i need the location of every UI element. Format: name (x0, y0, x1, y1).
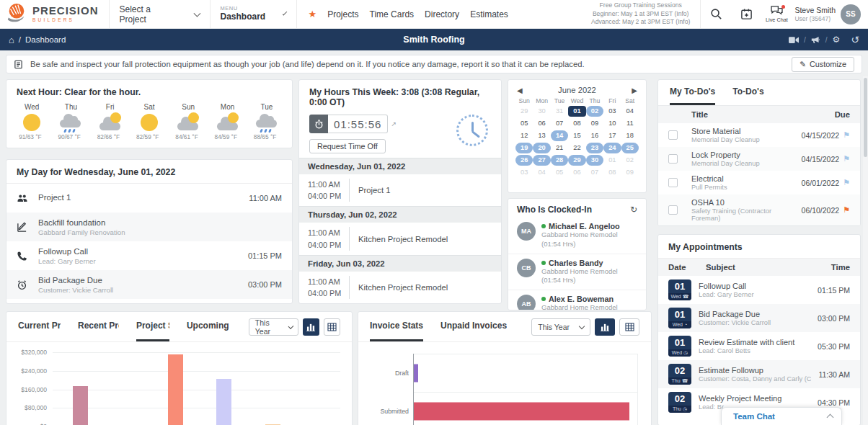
calendar-day[interactable]: 16 (586, 130, 603, 141)
calendar-day[interactable]: 31 (551, 106, 568, 117)
calendar-day[interactable]: 04 (533, 167, 550, 178)
calendar-day[interactable]: 08 (603, 167, 621, 178)
calendar-day[interactable]: 22 (568, 143, 585, 153)
calendar-day[interactable]: 18 (621, 130, 639, 141)
chevron-up-icon[interactable] (827, 414, 834, 421)
todos-tab[interactable]: To-Do's (732, 80, 763, 105)
appointment-row[interactable]: 02 Thu Estimate Followup Customer: Costa… (658, 360, 860, 388)
favorites-star-icon[interactable]: ★ (309, 9, 317, 19)
calendar-day[interactable]: 07 (586, 167, 603, 178)
menu-selector[interactable]: MENU Dashboard (210, 0, 296, 28)
todo-row[interactable]: Electrical Pull Permits 06/01/2022 ⚑ (658, 171, 860, 194)
nav-item[interactable]: Directory (425, 9, 459, 19)
appointment-row[interactable]: 01 Wed Followup Call Lead: Gary Berner 0… (658, 276, 860, 304)
calendar-day[interactable]: 01 (603, 155, 621, 166)
calendar-day[interactable]: 24 (603, 143, 621, 153)
my-day-item[interactable]: Project 1 11:00 AM (6, 184, 292, 212)
calendar-prev-icon[interactable]: ◀ (517, 86, 523, 94)
calendar-day[interactable]: 30 (586, 155, 603, 166)
live-chat-button[interactable]: Live Chat (761, 0, 792, 29)
calendar-day[interactable]: 13 (533, 130, 550, 141)
customize-button[interactable]: ✎ Customize (792, 57, 854, 72)
todo-checkbox[interactable] (668, 205, 678, 215)
calendar-day[interactable]: 09 (621, 167, 639, 178)
project-selector[interactable]: Select a Project (109, 0, 210, 28)
project-tab[interactable]: Recent Projects (78, 312, 119, 341)
scrollbar-thumb[interactable] (864, 78, 867, 157)
calendar-day[interactable]: 04 (621, 106, 639, 117)
calendar-day[interactable]: 23 (586, 143, 603, 153)
user-avatar[interactable]: SS (841, 4, 861, 24)
schedule-entry[interactable]: 11:00 AM 04:00 PM Kitchen Project Remode… (299, 223, 501, 254)
nav-item[interactable]: Projects (327, 9, 358, 19)
schedule-entry[interactable]: 11:00 AM 04:00 PM Kitchen Project Remode… (299, 272, 501, 303)
timer-value[interactable]: 01:55:56 (328, 115, 388, 133)
calendar-day[interactable]: 03 (603, 106, 621, 117)
calendar-day[interactable]: 17 (603, 130, 621, 141)
chart-view-button[interactable] (595, 318, 615, 336)
todo-row[interactable]: Lock Property Memorial Day Cleanup 04/15… (658, 147, 860, 171)
calendar-day[interactable]: 27 (533, 155, 550, 166)
schedule-entry[interactable]: 11:00 AM 04:00 PM Project 1 (299, 174, 501, 206)
calendar-day[interactable]: 26 (515, 155, 533, 166)
calendar-day[interactable]: 06 (533, 118, 550, 129)
invoice-tab[interactable]: Unpaid Invoices (440, 312, 507, 341)
calendar-day[interactable]: 15 (568, 130, 585, 141)
todos-tab[interactable]: My To-Do's (670, 80, 715, 105)
video-camera-icon[interactable] (789, 36, 799, 44)
calendar-day[interactable]: 06 (568, 167, 585, 178)
todo-row[interactable]: Store Material Memorial Day Cleanup 04/1… (658, 123, 860, 147)
calendar-day[interactable]: 29 (515, 106, 533, 117)
page-scrollbar[interactable] (863, 76, 868, 425)
calendar-day[interactable]: 02 (621, 155, 639, 166)
calendar-day[interactable]: 29 (568, 155, 585, 166)
project-range-select[interactable]: This Year (249, 318, 299, 336)
todo-checkbox[interactable] (668, 130, 678, 140)
calendar-day[interactable]: 05 (515, 118, 533, 129)
calendar-day[interactable]: 10 (603, 118, 621, 129)
project-tab[interactable]: Current Projects (18, 312, 61, 341)
nav-item[interactable]: Time Cards (370, 9, 415, 19)
my-day-item[interactable]: Bid Package Due Customer: Vickie Carroll… (6, 270, 292, 299)
timer-expand-icon[interactable]: ↗ (391, 120, 397, 128)
appointment-row[interactable]: 01 Wed Bid Package Due Customer: Vickie … (658, 304, 860, 332)
user-menu[interactable]: Steve Smith User (35647) SS (792, 0, 868, 28)
calendar-day[interactable]: 30 (533, 106, 550, 117)
home-icon[interactable]: ⌂ (9, 35, 14, 45)
calendar-day[interactable]: 21 (551, 143, 568, 153)
clocked-in-person[interactable]: MA Michael E. Angeloo Gabbard Home Remod… (508, 218, 646, 254)
timer-button[interactable] (309, 115, 328, 133)
breadcrumb-current[interactable]: Dashboard (25, 35, 66, 44)
brand-logo[interactable]: PRECISION BUILDERS (0, 0, 109, 28)
calendar-day[interactable]: 08 (568, 118, 585, 129)
my-day-item[interactable]: Backfill foundation Gabbard Family Renov… (6, 212, 292, 241)
my-day-item[interactable]: Review Estimate with client Lead: Carol … (6, 299, 292, 304)
calendar-day[interactable]: 01 (568, 106, 585, 117)
invoice-range-select[interactable]: This Year (531, 318, 590, 336)
chart-view-button[interactable] (303, 318, 319, 336)
calendar-day[interactable]: 09 (586, 118, 603, 129)
calendar-day[interactable]: 02 (586, 106, 603, 117)
schedule-button[interactable] (731, 0, 761, 29)
search-button[interactable] (701, 0, 731, 29)
calendar-day[interactable]: 12 (515, 130, 533, 141)
calendar-day[interactable]: 25 (621, 143, 639, 153)
calendar-day[interactable]: 20 (533, 143, 550, 153)
todo-checkbox[interactable] (668, 178, 678, 187)
my-day-item[interactable]: Followup Call Lead: Gary Berner 01:15 PM (6, 241, 292, 270)
project-tab[interactable]: Upcoming Projec (187, 312, 231, 341)
calendar-next-icon[interactable]: ▶ (632, 86, 637, 94)
history-icon[interactable]: ↺ (851, 34, 859, 45)
calendar-day[interactable]: 19 (515, 143, 533, 153)
todo-checkbox[interactable] (668, 154, 678, 164)
request-time-off-button[interactable]: Request Time Off (309, 139, 386, 153)
nav-item[interactable]: Estimates (470, 9, 508, 19)
calendar-day[interactable]: 03 (515, 167, 533, 178)
calendar-day[interactable]: 14 (551, 130, 568, 141)
calendar-day[interactable]: 07 (551, 118, 568, 129)
calendar-day[interactable]: 11 (621, 118, 639, 129)
calendar-day[interactable]: 28 (551, 155, 568, 166)
clocked-in-person[interactable]: AB Alex E. Boweman Gabbard Home Remodel … (508, 290, 646, 310)
team-chat-widget[interactable]: Team Chat (721, 407, 842, 425)
invoice-tab[interactable]: Invoice Stats (370, 312, 423, 341)
